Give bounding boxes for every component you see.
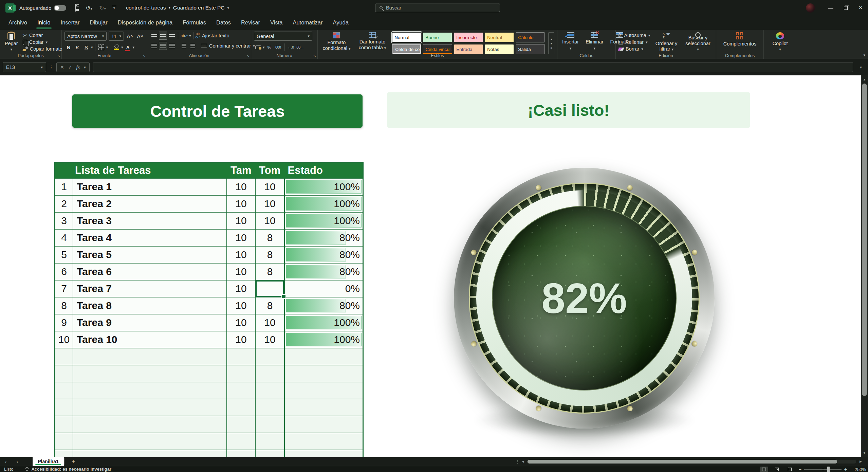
copy-button[interactable]: Copiar▾: [23, 39, 62, 46]
tab-vista[interactable]: Vista: [265, 16, 288, 30]
task-name-cell[interactable]: Tarea 5: [73, 247, 227, 263]
undo-button[interactable]: ↺▾: [85, 4, 93, 12]
align-left-button[interactable]: [150, 42, 158, 50]
accessibility-status[interactable]: Accesibilidad: es necesario investigar: [25, 467, 111, 472]
title-banner[interactable]: Control de Tareas: [72, 94, 363, 128]
style-tile-neutral[interactable]: Neutral: [485, 32, 514, 42]
empty-cell[interactable]: [55, 450, 73, 457]
row-number-cell[interactable]: 2: [55, 196, 73, 212]
clipboard-dialog-launcher[interactable]: ↘: [57, 54, 60, 58]
style-tile-normal[interactable]: Normal: [392, 32, 421, 42]
align-center-button[interactable]: [159, 42, 167, 50]
merge-center-button[interactable]: Combinar y centrar▾: [201, 42, 255, 50]
empty-cell[interactable]: [285, 348, 363, 365]
tam-cell[interactable]: 10: [227, 264, 256, 280]
customize-quick-access-button[interactable]: ▾: [112, 6, 116, 10]
zoom-in-button[interactable]: +: [844, 467, 847, 472]
wrap-text-button[interactable]: abc↩Ajustar texto: [196, 32, 229, 39]
tom-cell[interactable]: 8: [256, 264, 285, 280]
style-tile-c-lculo[interactable]: Cálculo: [516, 32, 545, 42]
tom-cell[interactable]: 8: [256, 297, 285, 314]
empty-cell[interactable]: [285, 433, 363, 450]
number-dialog-launcher[interactable]: ↘: [313, 54, 316, 58]
tam-cell[interactable]: 10: [227, 213, 256, 229]
next-sheet-button[interactable]: ›: [12, 459, 23, 465]
empty-cell[interactable]: [227, 365, 256, 382]
empty-cell[interactable]: [256, 433, 285, 450]
collapse-ribbon-button[interactable]: ▾: [863, 53, 865, 57]
addins-button[interactable]: Complementos: [721, 32, 759, 53]
empty-cell[interactable]: [256, 416, 285, 433]
scroll-up-arrow[interactable]: ▲: [861, 76, 868, 83]
comma-style-button[interactable]: 000: [274, 43, 282, 51]
tab-ayuda[interactable]: Ayuda: [328, 16, 354, 30]
minimize-button[interactable]: —: [823, 2, 838, 14]
bold-button[interactable]: N: [64, 43, 73, 51]
tam-cell[interactable]: 10: [227, 196, 256, 212]
empty-cell[interactable]: [73, 433, 227, 450]
document-title[interactable]: control-de-tareas • Guardado en Este PC …: [126, 5, 229, 11]
tom-cell[interactable]: 10: [256, 179, 285, 195]
font-color-chevron[interactable]: ▾: [133, 45, 135, 50]
task-table-header[interactable]: Lista de Tareas Tam Tom Estado: [55, 163, 363, 178]
row-number-cell[interactable]: 9: [55, 314, 73, 331]
delete-cells-button[interactable]: ✕ Eliminar▾: [584, 32, 605, 53]
excel-logo-icon[interactable]: X: [5, 3, 15, 13]
empty-cell[interactable]: [55, 382, 73, 399]
sort-filter-button[interactable]: AZ Ordenar y filtrar ▾: [653, 32, 680, 53]
search-input[interactable]: Buscar: [375, 3, 500, 12]
format-as-table-button[interactable]: Dar formato como tabla ▾: [355, 32, 389, 53]
avatar[interactable]: [806, 3, 815, 13]
style-tile-bueno[interactable]: Bueno: [423, 32, 452, 42]
task-name-cell[interactable]: Tarea 3: [73, 213, 227, 229]
empty-cell[interactable]: [256, 365, 285, 382]
empty-cell[interactable]: [73, 365, 227, 382]
fill-color-chevron[interactable]: ▾: [121, 45, 123, 50]
estado-cell[interactable]: 80%: [285, 230, 363, 246]
empty-cell[interactable]: [73, 416, 227, 433]
tab-disposición-de-página[interactable]: Disposición de página: [113, 16, 178, 30]
autosave-toggle[interactable]: [54, 5, 66, 11]
borders-chevron[interactable]: ▾: [106, 45, 108, 50]
task-name-cell[interactable]: Tarea 7: [73, 280, 227, 297]
fill-color-button[interactable]: [112, 43, 121, 51]
estado-cell[interactable]: 80%: [285, 247, 363, 263]
tam-cell[interactable]: 10: [227, 297, 256, 314]
decrease-decimal-button[interactable]: .00→: [296, 43, 304, 51]
empty-cell[interactable]: [256, 348, 285, 365]
worksheet[interactable]: Control de Tareas ¡Casi listo! Lista de …: [0, 75, 861, 457]
scroll-down-arrow[interactable]: ▼: [861, 450, 868, 456]
zoom-out-button[interactable]: −: [799, 467, 801, 472]
estado-cell[interactable]: 80%: [285, 264, 363, 280]
tom-cell[interactable]: 10: [256, 331, 285, 348]
page-layout-view-button[interactable]: [773, 467, 781, 472]
empty-cell[interactable]: [256, 382, 285, 399]
tam-cell[interactable]: 10: [227, 179, 256, 195]
task-name-cell[interactable]: Tarea 1: [73, 179, 227, 195]
insert-function-button[interactable]: fx: [76, 65, 80, 70]
empty-cell[interactable]: [73, 348, 227, 365]
find-select-button[interactable]: Buscar y seleccionar ▾: [683, 32, 713, 53]
empty-cell[interactable]: [227, 382, 256, 399]
borders-button[interactable]: [97, 43, 106, 51]
row-number-cell[interactable]: 3: [55, 213, 73, 229]
scrollbar-resize-handle[interactable]: ⋮: [515, 459, 520, 464]
sheet-tab-planilha1[interactable]: Planilha1: [33, 457, 64, 466]
row-number-cell[interactable]: 1: [55, 179, 73, 195]
tab-dibujar[interactable]: Dibujar: [85, 16, 113, 30]
align-right-button[interactable]: [168, 42, 176, 50]
cancel-entry-button[interactable]: ✕: [60, 65, 64, 70]
tab-archivo[interactable]: Archivo: [3, 16, 32, 30]
increase-decimal-button[interactable]: ←.0: [287, 43, 295, 51]
insert-cells-button[interactable]: ◂ Insertar▾: [560, 32, 581, 53]
horizontal-scrollbar[interactable]: [527, 460, 856, 464]
empty-cell[interactable]: [256, 399, 285, 416]
underline-chevron[interactable]: ▾: [91, 45, 93, 50]
font-size-select[interactable]: 11▾: [109, 32, 124, 41]
paste-button[interactable]: Pegar▾: [3, 32, 20, 53]
underline-button[interactable]: S: [82, 43, 90, 51]
formula-input[interactable]: [93, 62, 853, 72]
confirm-entry-button[interactable]: ✓: [68, 65, 72, 70]
align-middle-button[interactable]: [159, 32, 167, 40]
add-sheet-button[interactable]: +: [65, 458, 82, 465]
